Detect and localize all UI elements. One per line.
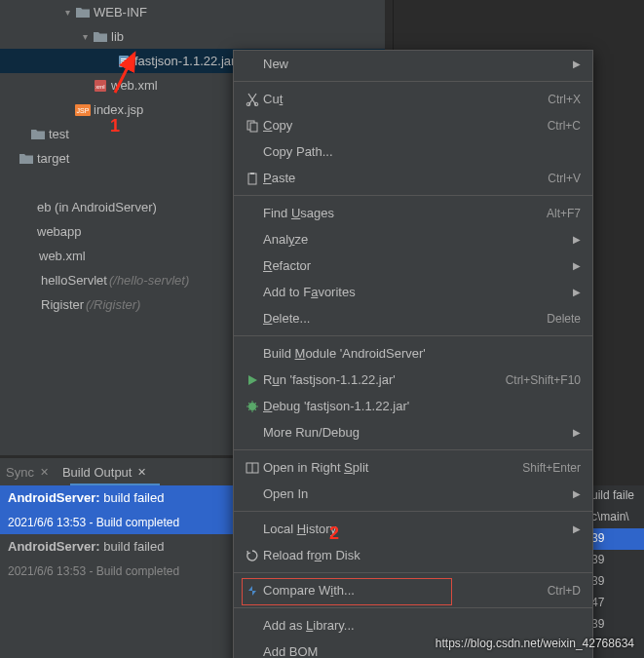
- split-icon: [242, 461, 263, 475]
- submenu-arrow-icon: ▶: [573, 287, 581, 297]
- build-status[interactable]: AndroidServer: build failed2021/6/6 13:5…: [0, 485, 234, 658]
- tree-item-label: target: [37, 151, 69, 166]
- menu-item-label: Open In: [263, 486, 573, 501]
- tree-row[interactable]: ▾WEB-INF: [0, 0, 385, 24]
- menu-item-label: Copy Path...: [263, 144, 581, 159]
- right-status-item: 39: [586, 614, 644, 636]
- menu-item-label: Paste: [263, 171, 548, 185]
- close-icon[interactable]: ✕: [40, 466, 49, 479]
- submenu-arrow-icon: ▶: [573, 260, 581, 271]
- context-menu[interactable]: New▶CutCtrl+XCopyCtrl+CCopy Path...Paste…: [233, 50, 593, 658]
- menu-item-reload-from-disk[interactable]: Reload from Disk: [234, 542, 592, 568]
- tree-item-label: webapp: [37, 224, 82, 239]
- menu-item-label: Run 'fastjson-1.1.22.jar': [263, 372, 506, 387]
- menu-separator: [234, 572, 592, 573]
- cut-icon: [242, 93, 263, 106]
- right-status: uild failec\main\3939394739: [586, 485, 644, 658]
- menu-item-delete[interactable]: Delete...Delete: [234, 305, 592, 331]
- menu-separator: [234, 607, 592, 608]
- menu-shortcut: Ctrl+V: [548, 172, 581, 185]
- menu-item-analyze[interactable]: Analyze▶: [234, 226, 592, 252]
- folder-icon: [74, 7, 92, 19]
- menu-item-local-history[interactable]: Local History▶: [234, 516, 592, 542]
- status-row[interactable]: AndroidServer: build failed: [0, 534, 234, 559]
- menu-shortcut: Ctrl+C: [548, 119, 581, 133]
- tree-item-path: (/hello-servlet): [109, 273, 189, 288]
- tab-sync[interactable]: Sync✕: [6, 465, 49, 480]
- annotation-num-2: 2: [329, 523, 339, 544]
- copy-icon: [242, 119, 263, 133]
- tree-item-label: Rigister: [41, 297, 84, 312]
- tab-label: Build Output: [62, 465, 133, 480]
- menu-separator: [234, 195, 592, 196]
- menu-item-label: Add to Favorites: [263, 285, 573, 299]
- submenu-arrow-icon: ▶: [573, 234, 581, 245]
- submenu-arrow-icon: ▶: [573, 523, 581, 534]
- status-row[interactable]: AndroidServer: build failed: [0, 485, 234, 510]
- menu-item-label: Compare With...: [263, 583, 548, 598]
- menu-item-label: Add as Library...: [263, 618, 581, 633]
- svg-line-17: [115, 54, 134, 93]
- status-title: AndroidServer: build failed: [8, 539, 164, 554]
- status-sub-row: 2021/6/6 13:53 - Build completed: [0, 510, 234, 534]
- menu-shortcut: Ctrl+X: [548, 93, 581, 106]
- menu-item-new[interactable]: New▶: [234, 51, 592, 77]
- reload-icon: [242, 549, 263, 562]
- menu-item-open-in-right-split[interactable]: Open in Right SplitShift+Enter: [234, 454, 592, 481]
- status-sub-row: 2021/6/6 13:53 - Build completed: [0, 559, 234, 583]
- menu-item-refactor[interactable]: Refactor▶: [234, 252, 592, 279]
- menu-item-label: Analyze: [263, 232, 573, 247]
- tree-item-label: helloServlet: [41, 273, 107, 288]
- menu-item-more-run-debug[interactable]: More Run/Debug▶: [234, 419, 592, 445]
- menu-separator: [234, 335, 592, 336]
- menu-item-paste[interactable]: PasteCtrl+V: [234, 165, 592, 191]
- menu-item-label: Cut: [263, 92, 548, 106]
- menu-separator: [234, 81, 592, 82]
- tree-row[interactable]: ▾lib: [0, 24, 385, 49]
- menu-item-debug-fastjson-1-1-22-jar[interactable]: Debug 'fastjson-1.1.22.jar': [234, 393, 592, 419]
- svg-rect-11: [250, 123, 257, 132]
- menu-shortcut: Alt+F7: [547, 207, 581, 220]
- menu-item-label: Delete...: [263, 311, 547, 326]
- status-title: AndroidServer: build failed: [8, 490, 164, 505]
- close-icon[interactable]: ✕: [137, 466, 146, 479]
- tree-item-label: WEB-INF: [94, 5, 147, 19]
- menu-item-compare-with[interactable]: Compare With...Ctrl+D: [234, 577, 592, 603]
- menu-separator: [234, 449, 592, 450]
- menu-item-copy-path[interactable]: Copy Path...: [234, 138, 592, 165]
- tab-build-output[interactable]: Build Output✕: [62, 465, 147, 480]
- menu-item-add-as-library[interactable]: Add as Library...: [234, 612, 592, 639]
- menu-item-cut[interactable]: CutCtrl+X: [234, 86, 592, 112]
- menu-item-build-module-androidserver[interactable]: Build Module 'AndroidServer': [234, 340, 592, 367]
- menu-item-label: Local History: [263, 522, 573, 536]
- right-status-item: c\main\: [586, 507, 644, 528]
- right-status-item: 47: [586, 593, 644, 614]
- svg-rect-12: [248, 174, 256, 184]
- tree-item-label: fastjson-1.1.22.jar: [134, 54, 235, 68]
- menu-item-label: Open in Right Split: [263, 460, 522, 475]
- compare-icon: [242, 584, 263, 598]
- menu-item-add-to-favorites[interactable]: Add to Favorites▶: [234, 279, 592, 305]
- menu-item-label: Build Module 'AndroidServer': [263, 346, 581, 361]
- submenu-arrow-icon: ▶: [573, 488, 581, 499]
- chevron-icon[interactable]: ▾: [60, 7, 74, 18]
- menu-item-label: Find Usages: [263, 206, 547, 220]
- bottom-tabs[interactable]: Sync✕Build Output✕: [0, 458, 234, 485]
- tab-label: Sync: [6, 465, 34, 480]
- submenu-arrow-icon: ▶: [573, 427, 581, 438]
- menu-item-copy[interactable]: CopyCtrl+C: [234, 112, 592, 138]
- menu-item-label: Copy: [263, 118, 548, 133]
- menu-item-open-in[interactable]: Open In▶: [234, 481, 592, 507]
- right-status-item: 39: [586, 550, 644, 571]
- menu-shortcut: Ctrl+D: [548, 584, 581, 598]
- watermark: https://blog.csdn.net/weixin_42768634: [436, 637, 634, 650]
- annotation-num-1: 1: [110, 116, 120, 136]
- menu-shortcut: Shift+Enter: [522, 461, 581, 475]
- menu-item-run-fastjson-1-1-22-jar[interactable]: Run 'fastjson-1.1.22.jar'Ctrl+Shift+F10: [234, 367, 592, 393]
- menu-shortcut: Ctrl+Shift+F10: [506, 373, 581, 387]
- menu-item-label: Debug 'fastjson-1.1.22.jar': [263, 399, 581, 413]
- menu-separator: [234, 511, 592, 512]
- menu-item-label: Reload from Disk: [263, 548, 581, 562]
- folder-icon: [18, 153, 35, 165]
- menu-item-find-usages[interactable]: Find UsagesAlt+F7: [234, 200, 592, 226]
